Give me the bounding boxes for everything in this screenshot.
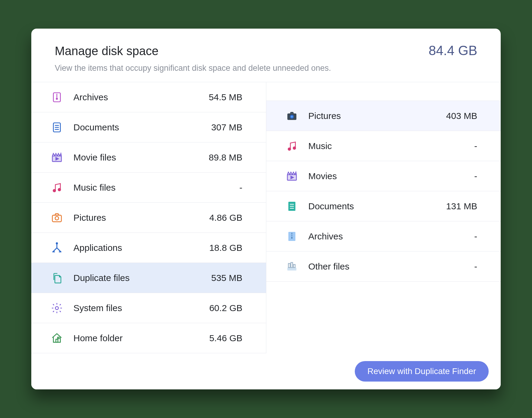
row-size: 307 MB — [211, 122, 242, 133]
other-icon — [285, 260, 299, 273]
svg-rect-33 — [287, 267, 296, 270]
category-row-documents[interactable]: Documents307 MB — [31, 112, 266, 142]
row-label: Movie files — [73, 152, 209, 163]
row-label: Pictures — [73, 213, 209, 223]
movie-icon — [50, 151, 64, 164]
svg-rect-35 — [291, 262, 292, 267]
music-icon — [50, 181, 64, 195]
detail-row-documents[interactable]: Documents131 MB — [266, 191, 501, 221]
svg-point-10 — [58, 188, 60, 191]
review-duplicate-finder-button[interactable]: Review with Duplicate Finder — [355, 361, 489, 382]
archive-blue-icon — [285, 229, 299, 243]
content: Archives54.5 MBDocuments307 MBMovie file… — [31, 82, 501, 353]
details-pane: Pictures403 MBMusic-Movies-Documents131 … — [266, 82, 501, 353]
row-size: - — [474, 231, 477, 242]
detail-row-other-files[interactable]: Other files- — [266, 251, 501, 282]
camera-outline-icon — [50, 211, 64, 225]
camera-solid-icon — [285, 109, 299, 123]
category-row-movie-files[interactable]: Movie files89.8 MB — [31, 142, 266, 173]
svg-rect-17 — [56, 339, 58, 342]
total-size: 84.4 GB — [429, 43, 477, 58]
row-size: 535 MB — [211, 273, 242, 283]
row-size: 54.5 MB — [209, 92, 243, 102]
row-label: Movies — [308, 171, 475, 181]
svg-point-23 — [293, 147, 295, 149]
disk-space-window: Manage disk space 84.4 GB View the items… — [31, 29, 501, 389]
detail-row-movies[interactable]: Movies- — [266, 161, 501, 191]
categories-pane: Archives54.5 MBDocuments307 MBMovie file… — [31, 82, 266, 353]
row-label: Pictures — [308, 111, 446, 121]
apps-icon — [50, 241, 64, 255]
header: Manage disk space 84.4 GB View the items… — [31, 29, 501, 82]
row-label: Home folder — [73, 333, 209, 343]
row-label: Music — [308, 141, 475, 151]
duplicate-icon — [50, 271, 64, 285]
row-label: Archives — [73, 92, 209, 102]
movie-icon — [285, 169, 299, 183]
details-header-spacer — [266, 82, 501, 101]
row-label: Duplicate files — [73, 273, 211, 283]
svg-point-22 — [288, 148, 290, 150]
header-top: Manage disk space 84.4 GB — [55, 43, 477, 58]
svg-rect-18 — [58, 337, 59, 338]
row-size: - — [474, 171, 477, 181]
detail-row-music[interactable]: Music- — [266, 131, 501, 161]
music-icon — [285, 139, 299, 153]
category-row-system-files[interactable]: System files60.2 GB — [31, 293, 266, 323]
svg-point-9 — [53, 189, 56, 192]
detail-row-archives[interactable]: Archives- — [266, 221, 501, 251]
row-label: Applications — [73, 243, 209, 253]
document-teal-icon — [285, 199, 299, 213]
svg-point-15 — [56, 243, 57, 244]
category-row-music-files[interactable]: Music files- — [31, 173, 266, 203]
footer: Review with Duplicate Finder — [31, 353, 501, 389]
row-size: - — [474, 141, 477, 151]
home-icon — [50, 331, 64, 345]
category-row-pictures[interactable]: Pictures4.86 GB — [31, 203, 266, 233]
row-label: Documents — [308, 201, 446, 211]
archive-icon — [50, 90, 64, 104]
svg-point-21 — [291, 116, 293, 118]
document-icon — [50, 120, 64, 134]
row-size: 403 MB — [446, 111, 477, 121]
svg-rect-36 — [293, 264, 295, 267]
row-size: 18.8 GB — [209, 243, 242, 253]
svg-point-12 — [55, 216, 59, 220]
category-row-home-folder[interactable]: Home folder5.46 GB — [31, 323, 266, 353]
page-title: Manage disk space — [55, 44, 159, 58]
svg-point-32 — [291, 237, 292, 238]
row-label: Documents — [73, 122, 211, 133]
row-label: Music files — [73, 182, 240, 193]
detail-row-pictures[interactable]: Pictures403 MB — [266, 101, 501, 131]
row-label: Archives — [308, 231, 475, 242]
row-label: System files — [73, 303, 209, 313]
category-row-archives[interactable]: Archives54.5 MB — [31, 82, 266, 112]
category-row-applications[interactable]: Applications18.8 GB — [31, 233, 266, 263]
svg-point-16 — [55, 307, 58, 310]
row-label: Other files — [308, 261, 475, 272]
svg-point-2 — [56, 98, 57, 99]
row-size: 5.46 GB — [209, 333, 242, 343]
row-size: - — [240, 182, 243, 193]
category-row-duplicate-files[interactable]: Duplicate files535 MB — [31, 263, 266, 293]
row-size: 89.8 MB — [209, 152, 243, 163]
row-size: 4.86 GB — [209, 213, 242, 223]
svg-rect-34 — [288, 264, 290, 267]
row-size: 60.2 GB — [209, 303, 242, 313]
page-subtitle: View the items that occupy significant d… — [55, 64, 477, 73]
gear-icon — [50, 301, 64, 315]
row-size: - — [474, 261, 477, 272]
row-size: 131 MB — [446, 201, 477, 211]
